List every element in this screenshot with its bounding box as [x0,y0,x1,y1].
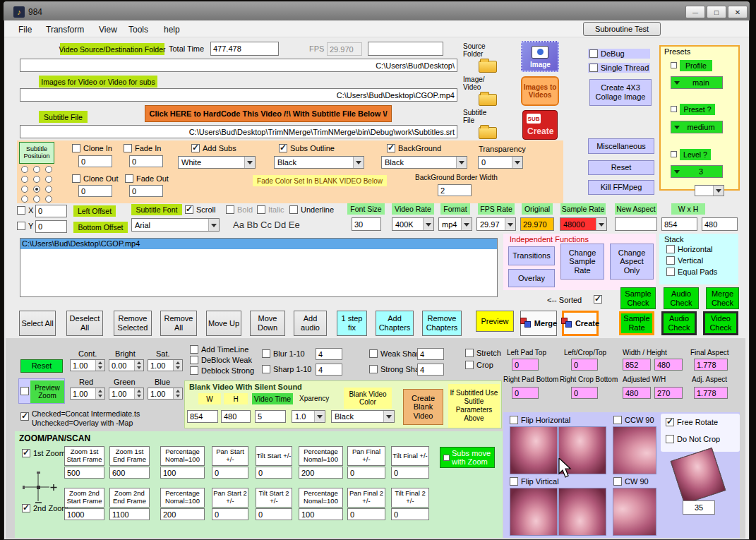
source-path-field[interactable]: C:\Users\Bud\Desktop\ [20,59,457,72]
strong-sharp-field[interactable]: 4 [417,364,444,376]
subtitle-position-radio[interactable] [33,176,40,183]
font-dropdown[interactable]: Arial [131,218,220,232]
subs-color-dropdown[interactable]: White [178,156,256,169]
subtitle-position-radio[interactable] [45,176,52,183]
zoom2-percentage-field[interactable]: 200 [160,508,205,520]
preset-dropdown[interactable]: medium [671,121,723,133]
free-rotate-checkbox[interactable]: Free Rotate [666,418,718,426]
blank-h-field[interactable]: 480 [221,410,251,423]
preview-zoom-checkbox[interactable]: Preview Zoom [18,378,65,404]
flip-horizontal-checkbox[interactable]: Flip Horizontal [510,416,570,424]
subtitle-position-radio[interactable] [45,166,52,173]
add-audio-button[interactable]: Add audio [294,311,327,336]
miscellaneous-button[interactable]: Miscellaneous [588,138,654,154]
pan-start-2-field[interactable]: 0 [212,508,248,520]
change-aspect-only-button[interactable]: Change Aspect Only [610,244,654,280]
zoom2-end-frame-field[interactable]: 1100 [109,508,150,520]
sample-rate-button[interactable]: Sample Rate [619,311,654,335]
subtitle-position-radio[interactable] [21,186,28,193]
do-not-crop-checkbox[interactable]: Do Not Crop [666,435,720,443]
adjust-reset-button[interactable]: Reset [20,359,63,373]
bright-stepper[interactable]: 0.00 [109,359,144,371]
menu-transform[interactable]: Transform [43,23,87,36]
preset-extra-dropdown[interactable] [695,185,724,196]
outline-color-dropdown[interactable]: Black [274,156,364,169]
new-aspect-field[interactable] [615,217,657,231]
bold-checkbox[interactable]: Bold [226,205,253,214]
move-down-button[interactable]: Move Down [250,311,285,336]
contrast-stepper[interactable]: 1.00 [70,359,105,371]
total-time-field[interactable]: 477.478 [210,42,279,56]
subroutine-test-button[interactable]: Subroutine Test [583,22,661,36]
add-timeline-checkbox[interactable]: Add TimeLine [190,345,248,354]
stepper-arrows-icon[interactable] [134,388,143,399]
blur-checkbox[interactable]: Blur 1-10 [262,349,305,358]
weak-sharp-field[interactable]: 4 [417,348,444,360]
fps-rate-dropdown[interactable]: 29.97 [476,217,516,231]
debug-checkbox[interactable]: DeBug [588,49,650,59]
change-sample-rate-button[interactable]: Change Sample Rate [560,244,604,280]
first-zoom-checkbox[interactable]: 1st Zoom [22,449,59,457]
clone-in-checkbox[interactable]: Clone In [72,144,112,152]
height-field[interactable]: 480 [702,217,738,231]
stack-horizontal-checkbox[interactable]: Horizontal [666,245,713,253]
weak-sharp-checkbox[interactable]: Weak Sharp [369,349,423,358]
tilt-final-2-field[interactable]: 0 [391,508,429,520]
deblock-strong-checkbox[interactable]: Deblock Strong [190,366,254,375]
y-offset-field[interactable]: 0 [35,220,67,233]
menu-view[interactable]: View [96,23,120,36]
create-collage-button[interactable]: Create 4X3 Collage Image [589,79,652,106]
scroll-checkbox[interactable]: Scroll [185,205,216,214]
subs-outline-checkbox[interactable]: Subs Outline [279,144,335,152]
one-step-fix-button[interactable]: 1 step fix [337,311,367,336]
tilt-final-field[interactable]: 0 [391,467,429,479]
pan-start-field[interactable]: 0 [212,467,248,479]
fade-in-field[interactable]: 0 [129,155,163,167]
subtitle-position-radio[interactable] [21,176,28,183]
menu-help[interactable]: help [161,23,183,36]
select-all-button[interactable]: Select All [19,311,56,336]
audio-check-action-button[interactable]: Audio Check [661,311,697,335]
zoom1-final-percentage-field[interactable]: 200 [299,467,343,479]
subtitle-file-folder-button[interactable]: Subtitle File [463,109,500,141]
sample-rate-dropdown[interactable]: 48000 [560,217,607,231]
blur-field[interactable]: 4 [316,348,342,360]
images-to-videos-button[interactable]: Images to Videos [521,76,559,106]
add-chapters-button[interactable]: Add Chapters [376,311,414,336]
zoom2-start-frame-field[interactable]: 1000 [64,508,104,520]
tilt-start-2-field[interactable]: 0 [256,508,292,520]
move-up-button[interactable]: Move Up [206,311,241,336]
blank-w-field[interactable]: 854 [187,410,218,423]
pan-final-field[interactable]: 0 [347,467,385,479]
second-zoom-checkbox[interactable]: 2nd Zoom [22,504,59,512]
clone-out-field[interactable]: 0 [78,185,112,197]
stack-equal-pads-checkbox[interactable]: Equal Pads [666,268,717,276]
remove-selected-button[interactable]: Remove Selected [114,311,152,336]
italic-checkbox[interactable]: Italic [257,205,284,214]
zoom1-end-frame-field[interactable]: 600 [109,467,150,479]
stepper-arrows-icon[interactable] [95,388,104,399]
level-dropdown[interactable]: 3 [671,165,723,178]
background-border-width-field[interactable]: 2 [438,184,472,196]
fade-out-field[interactable]: 0 [129,185,163,197]
subtitle-position-radio[interactable] [45,186,52,193]
green-stepper[interactable]: 1.00 [109,388,144,400]
subs-move-with-zoom-button[interactable]: Subs move with Zoom [440,447,495,468]
subtitle-position-radio[interactable] [21,166,28,173]
sample-check-button[interactable]: Sample Check [620,287,656,309]
flip-vertical-checkbox[interactable]: Flip Virtical [510,477,559,486]
y-offset-checkbox[interactable]: Y [17,222,33,230]
background-color-dropdown[interactable]: Black [381,156,467,169]
left-crop-top-field[interactable]: 0 [571,359,598,371]
deselect-all-button[interactable]: Deselect All [66,311,103,336]
stepper-arrows-icon[interactable] [173,360,182,371]
sorted-checkbox[interactable] [594,295,602,304]
title-bar[interactable]: 984 [4,1,750,20]
preset-checkbox[interactable] [671,106,677,112]
subtitle-path-field[interactable]: C:\Users\Bud\Desktop\TrimNMerge\TrimNMer… [20,125,457,138]
overlay-button[interactable]: Overlay [508,269,555,287]
audio-check-button[interactable]: Audio Check [664,287,699,309]
extra-time-field[interactable] [368,42,443,56]
preview-button[interactable]: Preview [476,311,514,332]
sharp-checkbox[interactable]: Sharp 1-10 [262,365,311,373]
